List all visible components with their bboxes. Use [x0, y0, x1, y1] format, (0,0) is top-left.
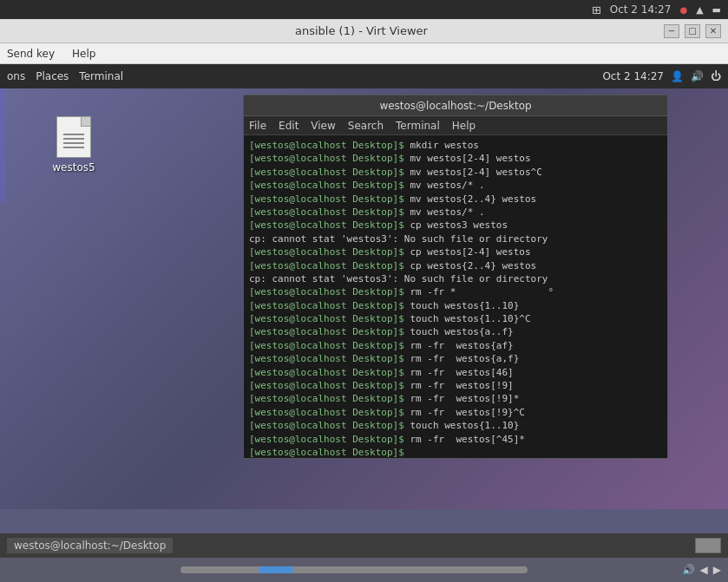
virt-statusbar: westos@localhost:~/Desktop	[0, 533, 728, 558]
inner-desktop: ons Places Terminal Oct 2 14:27 👤 🔊 ⏻	[0, 64, 728, 509]
tmenu-terminal[interactable]: Terminal	[396, 120, 440, 132]
terminal-menubar: File Edit View Search Terminal Help	[244, 116, 667, 135]
tmenu-search[interactable]: Search	[348, 120, 384, 132]
statusbar-btn[interactable]	[695, 538, 721, 553]
virt-viewer-title: ansible (1) - Virt Viewer	[59, 24, 664, 37]
grid-icon: ⊞	[592, 3, 601, 16]
terminal-line: [westos@localhost Desktop]$ mkdir westos	[249, 139, 662, 152]
terminal-line: [westos@localhost Desktop]$ rm -fr westo…	[249, 406, 662, 419]
virt-scrollbar[interactable]: 🔊 ◀ ▶	[0, 558, 728, 582]
virt-menu-help[interactable]: Help	[69, 46, 99, 62]
terminal-line: [westos@localhost Desktop]$ touch westos…	[249, 419, 662, 432]
system-status-dot: ●	[679, 5, 687, 15]
terminal-line: [westos@localhost Desktop]$ rm -fr westo…	[249, 433, 662, 446]
tmenu-view[interactable]: View	[311, 120, 335, 132]
virt-viewer-menubar: Send key Help	[0, 43, 728, 64]
terminal-line: [westos@localhost Desktop]$ rm -fr westo…	[249, 366, 662, 379]
terminal-line: [westos@localhost Desktop]$ touch westos…	[249, 312, 662, 325]
gnome-panel-left: ons Places Terminal	[7, 70, 123, 82]
wifi-icon: ▲	[696, 4, 703, 16]
terminal-line: [westos@localhost Desktop]$ touch westos…	[249, 325, 662, 338]
terminal-line: [westos@localhost Desktop]$ touch westos…	[249, 299, 662, 312]
terminal-line: [westos@localhost Desktop]$ rm -fr westo…	[249, 392, 662, 405]
terminal-line: [westos@localhost Desktop]$ cp westos3 w…	[249, 219, 662, 232]
system-topbar: ⊞ Oct 2 14:27 ● ▲ ▬	[0, 0, 728, 19]
terminal-line: [westos@localhost Desktop]$ cp westos[2-…	[249, 245, 662, 258]
terminal-line: [westos@localhost Desktop]$ mv westos/* …	[249, 179, 662, 192]
terminal-line: [westos@localhost Desktop]$ rm -fr * °	[249, 285, 662, 298]
terminal-line: cp: cannot stat 'westos3': No such file …	[249, 232, 662, 245]
panel-item-terminal[interactable]: Terminal	[79, 70, 123, 82]
panel-item-ons[interactable]: ons	[7, 70, 25, 82]
statusbar-path: westos@localhost:~/Desktop	[7, 538, 173, 553]
terminal-line: [westos@localhost Desktop]$ mv westos/* …	[249, 206, 662, 219]
system-datetime: Oct 2 14:27	[610, 3, 672, 16]
desktop-icon-westos5[interactable]: westos5	[43, 116, 104, 173]
selection-bar	[0, 88, 5, 201]
battery-icon: ▬	[712, 4, 721, 16]
gnome-user-icon[interactable]: 👤	[671, 70, 684, 82]
gnome-datetime: Oct 2 14:27	[602, 70, 664, 82]
terminal-titlebar: westos@localhost:~/Desktop	[244, 95, 667, 116]
gnome-power-icon[interactable]: ⏻	[711, 70, 721, 82]
terminal-line: [westos@localhost Desktop]$ mv westos{2.…	[249, 193, 662, 206]
terminal-line: cp: cannot stat 'westos3': No such file …	[249, 272, 662, 285]
terminal-window[interactable]: westos@localhost:~/Desktop File Edit Vie…	[243, 95, 668, 459]
panel-item-places[interactable]: Places	[36, 70, 69, 82]
file-icon	[56, 116, 91, 158]
terminal-content[interactable]: [westos@localhost Desktop]$ mkdir westos…	[244, 135, 667, 458]
terminal-line: [westos@localhost Desktop]$ mv westos[2-…	[249, 152, 662, 165]
tmenu-help[interactable]: Help	[452, 120, 475, 132]
scroll-arrow-left[interactable]: ◀	[700, 564, 708, 576]
terminal-line: [westos@localhost Desktop]$ rm -fr westo…	[249, 352, 662, 365]
scroll-arrow-right[interactable]: ▶	[713, 564, 721, 576]
tmenu-edit[interactable]: Edit	[279, 120, 298, 132]
close-button[interactable]: ✕	[705, 24, 721, 38]
terminal-line: [westos@localhost Desktop]$	[249, 446, 662, 458]
gnome-panel-top: ons Places Terminal Oct 2 14:27 👤 🔊 ⏻	[0, 64, 728, 88]
file-icon-lines	[63, 134, 84, 148]
scrollbar-track[interactable]	[180, 566, 528, 573]
virt-menu-sendkey[interactable]: Send key	[3, 46, 58, 62]
statusbar-right	[695, 538, 721, 553]
minimize-button[interactable]: −	[664, 24, 679, 38]
virt-viewer-titlebar: ansible (1) - Virt Viewer − □ ✕	[0, 19, 728, 43]
file-line-2	[63, 138, 84, 140]
volume-icon[interactable]: 🔊	[682, 564, 695, 576]
file-line-3	[63, 142, 84, 144]
desktop-icon-label: westos5	[52, 161, 95, 173]
terminal-line: [westos@localhost Desktop]$ mv westos[2-…	[249, 166, 662, 179]
maximize-button[interactable]: □	[685, 24, 700, 38]
file-line-4	[63, 147, 84, 148]
file-line-1	[63, 134, 84, 135]
scroll-icons: 🔊 ◀ ▶	[682, 564, 721, 576]
virt-viewer-window: ansible (1) - Virt Viewer − □ ✕ Send key…	[0, 19, 728, 582]
tmenu-file[interactable]: File	[249, 120, 266, 132]
terminal-line: [westos@localhost Desktop]$ rm -fr westo…	[249, 379, 662, 392]
scrollbar-thumb[interactable]	[259, 566, 293, 573]
window-controls: − □ ✕	[664, 24, 721, 38]
gnome-volume-icon[interactable]: 🔊	[691, 70, 704, 82]
terminal-line: [westos@localhost Desktop]$ cp westos{2.…	[249, 259, 662, 272]
gnome-panel-right: Oct 2 14:27 👤 🔊 ⏻	[602, 70, 721, 82]
terminal-line: [westos@localhost Desktop]$ rm -fr westo…	[249, 339, 662, 352]
terminal-title: westos@localhost:~/Desktop	[379, 100, 531, 112]
